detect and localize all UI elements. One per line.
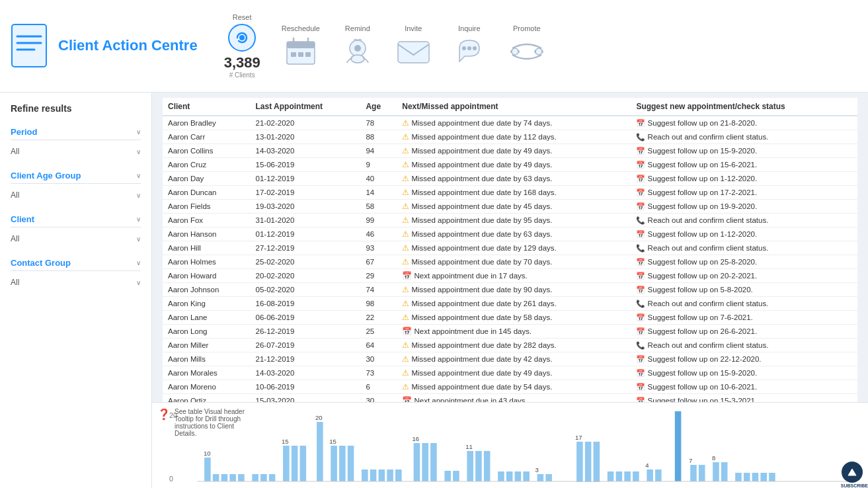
cell-age: 98 — [360, 297, 397, 311]
filter-age-value[interactable]: All ∨ — [11, 189, 141, 201]
svg-rect-47 — [422, 443, 428, 481]
table-row[interactable]: Aaron Hanson 01-12-2019 46 ⚠ Missed appo… — [163, 227, 857, 241]
table-row[interactable]: Aaron Fields 19-03-2020 58 ⚠ Missed appo… — [163, 200, 857, 214]
cell-age: 93 — [360, 241, 397, 255]
reschedule-action[interactable]: Reschedule — [282, 24, 320, 68]
cell-last-appt: 06-06-2019 — [251, 311, 361, 325]
cell-client: Aaron Cruz — [163, 158, 251, 172]
svg-rect-50 — [453, 471, 459, 481]
help-icon: ❓ — [157, 408, 171, 421]
filter-period-header[interactable]: Period ∨ — [11, 124, 141, 140]
table-row[interactable]: Aaron Morales 14-03-2020 73 ⚠ Missed app… — [163, 366, 857, 380]
svg-rect-63 — [608, 471, 614, 481]
svg-rect-11 — [298, 52, 303, 57]
table-row[interactable]: Aaron Long 26-12-2019 25 📅 Next appointm… — [163, 325, 857, 339]
reset-action[interactable]: Reset 3,389 # Clients — [224, 13, 260, 79]
cell-suggest: 📞 Reach out and confirm client status. — [631, 241, 857, 255]
chart-area: ❓ See table Visual header Tooltip for Dr… — [152, 402, 868, 488]
cell-last-appt: 14-03-2020 — [251, 366, 361, 380]
svg-rect-10 — [291, 52, 296, 57]
cell-age: 88 — [360, 130, 397, 144]
logo-icon — [11, 23, 50, 69]
table-row[interactable]: Aaron Hill 27-12-2019 93 ⚠ Missed appoin… — [163, 241, 857, 255]
table-row[interactable]: Aaron Holmes 25-02-2020 67 ⚠ Missed appo… — [163, 255, 857, 269]
filter-contact-value[interactable]: All ∨ — [11, 276, 141, 288]
table-row[interactable]: Aaron Bradley 21-02-2020 78 ⚠ Missed app… — [163, 116, 857, 130]
table-row[interactable]: Aaron Ortiz 15-03-2020 30 📅 Next appoint… — [163, 394, 857, 403]
svg-point-14 — [354, 45, 361, 52]
chart-svg: 0 20 — [169, 410, 857, 483]
table-row[interactable]: Aaron Collins 14-03-2020 94 ⚠ Missed app… — [163, 144, 857, 158]
cell-suggest: 📅 Suggest follow up on 15-6-2021. — [631, 158, 857, 172]
inquire-action[interactable]: Inquire — [453, 24, 486, 68]
svg-rect-75 — [744, 473, 750, 481]
cell-client: Aaron Moreno — [163, 380, 251, 394]
cell-age: 6 — [360, 380, 397, 394]
table-row[interactable]: Aaron Cruz 15-06-2019 9 ⚠ Missed appoint… — [163, 158, 857, 172]
cell-client: Aaron Long — [163, 325, 251, 339]
table-row[interactable]: Aaron Fox 31-01-2020 99 ⚠ Missed appoint… — [163, 214, 857, 227]
cell-next-missed: ⚠ Missed appointment due date by 49 days… — [397, 144, 631, 158]
svg-text:16: 16 — [413, 436, 420, 442]
table-row[interactable]: Aaron Duncan 17-02-2019 14 ⚠ Missed appo… — [163, 186, 857, 200]
svg-rect-76 — [752, 473, 759, 481]
invite-icon — [395, 35, 432, 68]
cell-age: 74 — [360, 283, 397, 297]
sidebar: Refine results Period ∨ All ∨ Client Age… — [0, 93, 152, 488]
cell-age: 64 — [360, 339, 397, 352]
table-row[interactable]: Aaron Howard 20-02-2020 29 📅 Next appoin… — [163, 269, 857, 283]
cell-client: Aaron Miller — [163, 339, 251, 352]
svg-point-5 — [239, 35, 245, 40]
svg-rect-58 — [537, 474, 544, 481]
main-content: Refine results Period ∨ All ∨ Client Age… — [0, 93, 868, 488]
cell-client: Aaron Holmes — [163, 255, 251, 269]
col-suggest: Suggest new appointment/check status — [631, 98, 857, 116]
svg-rect-54 — [498, 471, 504, 481]
cell-suggest: 📅 Suggest follow up on 15-9-2020. — [631, 144, 857, 158]
promote-action[interactable]: Promote — [507, 24, 547, 68]
cell-age: 46 — [360, 227, 397, 241]
svg-text:15: 15 — [282, 438, 289, 445]
table-row[interactable]: Aaron Johnson 05-02-2020 74 ⚠ Missed app… — [163, 283, 857, 297]
filter-client-header[interactable]: Client ∨ — [11, 212, 141, 227]
filter-age-label: Client Age Group — [11, 171, 81, 181]
cell-suggest: 📅 Suggest follow up on 17-2-2021. — [631, 186, 857, 200]
svg-text:25: 25 — [674, 410, 681, 411]
cell-client: Aaron Day — [163, 172, 251, 186]
cell-client: Aaron Collins — [163, 144, 251, 158]
table-row[interactable]: Aaron Lane 06-06-2019 22 ⚠ Missed appoin… — [163, 311, 857, 325]
cell-client: Aaron Howard — [163, 269, 251, 283]
svg-text:15: 15 — [329, 438, 336, 445]
tooltip-text: See table Visual header Tooltip for Dril… — [175, 408, 256, 437]
table-row[interactable]: Aaron Moreno 10-06-2019 6 ⚠ Missed appoi… — [163, 380, 857, 394]
cell-client: Aaron Johnson — [163, 283, 251, 297]
col-age: Age — [360, 98, 397, 116]
table-container[interactable]: Client Last Appointment Age Next/Missed … — [152, 93, 868, 402]
svg-rect-59 — [545, 474, 552, 481]
filter-client-value[interactable]: All ∨ — [11, 233, 141, 245]
svg-rect-62 — [594, 442, 600, 482]
cell-client: Aaron Duncan — [163, 186, 251, 200]
filter-contact-header[interactable]: Contact Group ∨ — [11, 255, 141, 271]
subscribe-button[interactable] — [842, 462, 863, 483]
table-row[interactable]: Aaron Day 01-12-2019 40 ⚠ Missed appoint… — [163, 172, 857, 186]
filter-age-header[interactable]: Client Age Group ∨ — [11, 168, 141, 184]
cell-last-appt: 17-02-2019 — [251, 186, 361, 200]
table-row[interactable]: Aaron King 16-08-2019 98 ⚠ Missed appoin… — [163, 297, 857, 311]
cell-next-missed: ⚠ Missed appointment due date by 90 days… — [397, 283, 631, 297]
inquire-icon — [453, 35, 486, 68]
invite-action[interactable]: Invite — [395, 24, 432, 68]
filter-period-value[interactable]: All ∨ — [11, 145, 141, 157]
svg-rect-39 — [339, 446, 346, 481]
remind-action[interactable]: Remind — [341, 24, 374, 68]
cell-age: 58 — [360, 200, 397, 214]
table-row[interactable]: Aaron Carr 13-01-2020 88 ⚠ Missed appoin… — [163, 130, 857, 144]
table-row[interactable]: Aaron Miller 26-07-2019 64 ⚠ Missed appo… — [163, 339, 857, 352]
table-row[interactable]: Aaron Mills 21-12-2019 30 ⚠ Missed appoi… — [163, 352, 857, 366]
reset-label: Reset — [233, 13, 252, 21]
svg-point-21 — [512, 48, 518, 55]
svg-text:11: 11 — [465, 444, 473, 450]
cell-suggest: 📅 Suggest follow up on 25-8-2020. — [631, 255, 857, 269]
cell-next-missed: ⚠ Missed appointment due date by 95 days… — [397, 214, 631, 227]
filter-client-value-chevron: ∨ — [136, 235, 141, 243]
